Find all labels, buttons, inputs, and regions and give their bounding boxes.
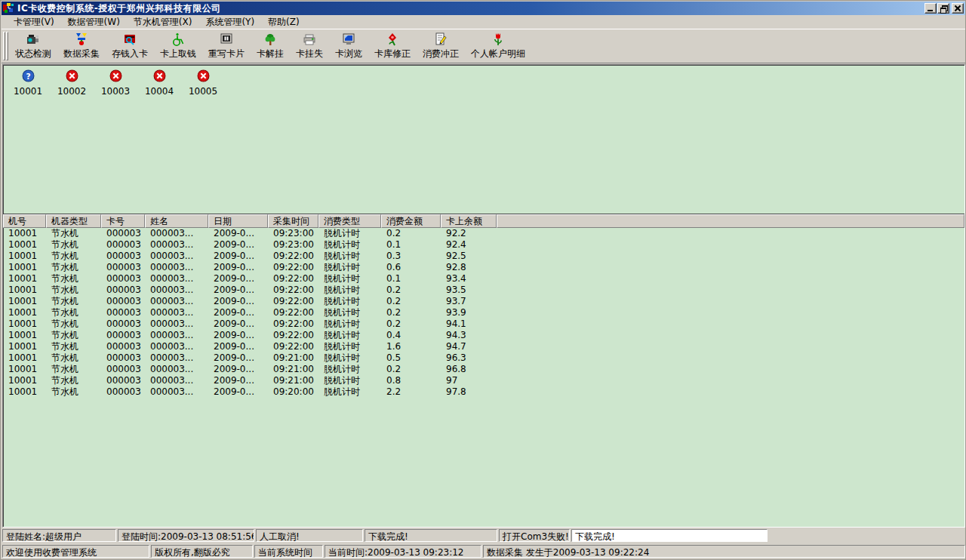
table-cell: 2009-0... (208, 239, 268, 251)
account-detail-icon (491, 32, 506, 47)
column-header-card-balance[interactable]: 卡上余额 (441, 214, 497, 228)
table-row[interactable]: 10001节水机000003000003...2009-0...09:21:00… (3, 364, 964, 375)
column-header-card-no[interactable]: 卡号 (101, 214, 145, 228)
menu-data-management[interactable]: 数据管理(W) (61, 15, 127, 29)
toolbar-status-check[interactable]: 状态检测 (11, 31, 55, 61)
device-item-10004[interactable]: 10004 (137, 68, 181, 97)
toolbar-card-db-fix[interactable]: 卡库修正 (371, 31, 414, 61)
table-cell: 10001 (3, 307, 46, 318)
toolbar-card-report-loss[interactable]: 卡挂失 (292, 31, 327, 61)
toolbar-deposit-to-card[interactable]: 存钱入卡 (108, 31, 152, 61)
table-cell: 脱机计时 (318, 318, 381, 330)
table-cell: 0.1 (381, 273, 441, 285)
table-cell: 000003... (145, 273, 208, 285)
table-cell: 09:22:00 (268, 341, 318, 352)
table-cell: 0.6 (381, 262, 441, 273)
table-cell: 96.8 (441, 364, 497, 375)
table-cell: 10001 (3, 239, 46, 251)
table-cell: 脱机计时 (318, 330, 381, 341)
table-row[interactable]: 10001节水机000003000003...2009-0...09:20:00… (3, 386, 964, 398)
column-header-collect-time[interactable]: 采集时间 (268, 214, 318, 228)
toolbar: 状态检测 数据采集 存钱入卡 卡上取钱 重写卡片 (2, 29, 965, 63)
table-cell: 97 (441, 375, 497, 386)
table-cell: 000003 (101, 318, 145, 330)
toolbar-grip[interactable] (3, 32, 8, 60)
column-header-consume-amount[interactable]: 消费金额 (381, 214, 441, 228)
table-cell: 000003... (145, 318, 208, 330)
table-cell: 节水机 (46, 318, 101, 330)
minimize-button[interactable] (924, 3, 937, 14)
table-row[interactable]: 10001节水机000003000003...2009-0...09:22:00… (3, 341, 964, 352)
table-cell: 10001 (3, 386, 46, 398)
table-cell: 000003 (101, 296, 145, 307)
toolbar-rewrite-card[interactable]: 重写卡片 (205, 31, 248, 61)
toolbar-consume-reversal[interactable]: 消费冲正 (419, 31, 463, 61)
menu-system-management[interactable]: 系统管理(Y) (198, 15, 261, 29)
table-row[interactable]: 10001节水机000003000003...2009-0...09:21:00… (3, 375, 964, 386)
toolbar-card-browse[interactable]: 卡浏览 (331, 31, 366, 61)
table-cell: 000003... (145, 251, 208, 262)
toolbar-card-unfreeze[interactable]: 卡解挂 (253, 31, 288, 61)
table-row[interactable]: 10001节水机000003000003...2009-0...09:23:00… (3, 228, 964, 239)
toolbar-withdraw-from-card[interactable]: 卡上取钱 (156, 31, 200, 61)
table-row[interactable]: 10001节水机000003000003...2009-0...09:22:00… (3, 262, 964, 273)
table-cell: 2.2 (381, 386, 441, 398)
restore-button[interactable] (937, 3, 949, 14)
menu-water-saver-management[interactable]: 节水机管理(X) (127, 15, 199, 29)
toolbar-data-collect[interactable]: 数据采集 (60, 31, 103, 61)
device-item-10003[interactable]: 10003 (94, 68, 137, 97)
toolbar-label: 重写卡片 (208, 48, 245, 60)
table-cell: 0.8 (381, 375, 441, 386)
table-row[interactable]: 10001节水机000003000003...2009-0...09:21:00… (3, 352, 964, 364)
status-login-time: 登陆时间:2009-03-13 08:51:56 (118, 529, 254, 542)
toolbar-personal-account-detail[interactable]: 个人帐户明细 (467, 31, 529, 61)
table-cell: 节水机 (46, 228, 101, 239)
table-cell: 09:21:00 (268, 364, 318, 375)
table-cell: 0.2 (381, 364, 441, 375)
close-button[interactable] (952, 3, 964, 14)
table-cell: 09:23:00 (268, 228, 318, 239)
table-cell: 09:21:00 (268, 375, 318, 386)
table-cell: 0.2 (381, 228, 441, 239)
table-row[interactable]: 10001节水机000003000003...2009-0...09:22:00… (3, 330, 964, 341)
table-row[interactable]: 10001节水机000003000003...2009-0...09:22:00… (3, 318, 964, 330)
table-row[interactable]: 10001节水机000003000003...2009-0...09:22:00… (3, 285, 964, 296)
table-row[interactable]: 10001节水机000003000003...2009-0...09:22:00… (3, 273, 964, 285)
table-cell: 000003 (101, 386, 145, 398)
column-header-machine-type[interactable]: 机器类型 (46, 214, 101, 228)
table-cell: 2009-0... (208, 386, 268, 398)
table-row[interactable]: 10001节水机000003000003...2009-0...09:22:00… (3, 251, 964, 262)
table-body: 10001节水机000003000003...2009-0...09:23:00… (3, 227, 964, 398)
window-controls (924, 3, 964, 14)
table-cell: 2009-0... (208, 352, 268, 364)
data-grid: 机号 机器类型 卡号 姓名 日期 采集时间 消费类型 消费金额 卡上余额 100… (3, 214, 964, 398)
device-item-10001[interactable]: ? 10001 (6, 68, 50, 97)
device-item-10002[interactable]: 10002 (50, 68, 94, 97)
table-row[interactable]: 10001节水机000003000003...2009-0...09:22:00… (3, 307, 964, 318)
table-cell: 节水机 (46, 251, 101, 262)
column-header-machine-no[interactable]: 机号 (3, 214, 46, 228)
table-row[interactable]: 10001节水机000003000003...2009-0...09:22:00… (3, 296, 964, 307)
table-cell: 10001 (3, 318, 46, 330)
table-cell: 10001 (3, 375, 46, 386)
toolbar-label: 存钱入卡 (112, 48, 148, 60)
column-header-name[interactable]: 姓名 (145, 214, 208, 228)
table-cell: 10001 (3, 228, 46, 239)
table-cell: 000003... (145, 352, 208, 364)
menu-help[interactable]: 帮助(Z) (261, 15, 306, 29)
statusbar-bottom: 欢迎使用收费管理系统 版权所有,翻版必究 当前系统时间 当前时间:2009-03… (2, 544, 965, 558)
table-cell: 10001 (3, 352, 46, 364)
table-cell: 09:22:00 (268, 330, 318, 341)
error-icon (109, 69, 122, 82)
column-header-consume-type[interactable]: 消费类型 (318, 214, 381, 228)
table-cell: 脱机计时 (318, 375, 381, 386)
table-cell: 0.5 (381, 352, 441, 364)
table-row[interactable]: 10001节水机000003000003...2009-0...09:23:00… (3, 239, 964, 251)
table-cell: 000003 (101, 352, 145, 364)
status-download-done-2: 下载完成! (571, 529, 768, 542)
menu-card-management[interactable]: 卡管理(V) (7, 15, 61, 29)
table-cell: 脱机计时 (318, 386, 381, 398)
column-header-date[interactable]: 日期 (208, 214, 268, 228)
device-item-10005[interactable]: 10005 (181, 68, 225, 97)
table-cell: 09:23:00 (268, 239, 318, 251)
